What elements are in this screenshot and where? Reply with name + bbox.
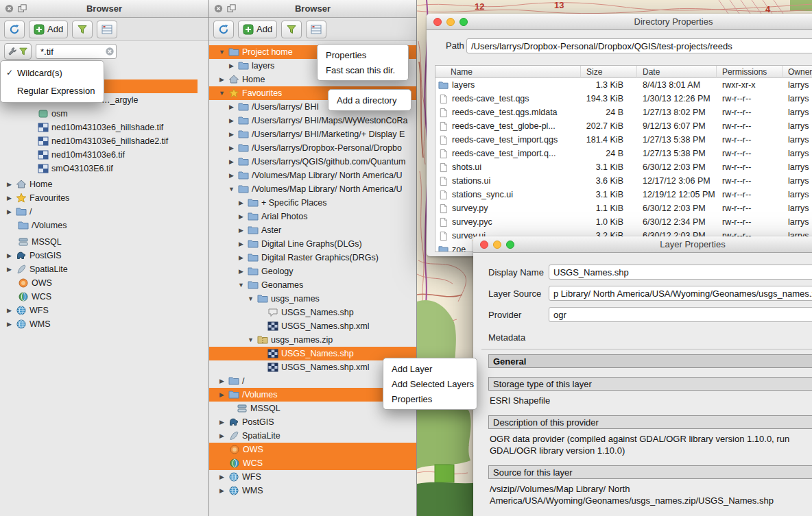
- tree-item-volumes-map-library-north-america-u[interactable]: ▼/Volumes/Map Library/ North America/U: [209, 182, 417, 196]
- column-header-date[interactable]: Date: [637, 66, 717, 78]
- tree-item-digital-line-graphs-dlgs[interactable]: ▶Digital Line Graphs(DLGs): [209, 237, 417, 251]
- menu-item-regular-expression[interactable]: Regular Expression: [1, 82, 104, 99]
- expand-arrow-icon[interactable]: ▶: [218, 432, 226, 439]
- expand-arrow-icon[interactable]: ▶: [5, 181, 13, 188]
- tree-item-ows[interactable]: OWS: [0, 276, 198, 290]
- table-row-survey-py[interactable]: survey.py1.1 KiB6/30/12 2:03 PMrw-r--r--…: [435, 201, 812, 215]
- minimize-window-icon[interactable]: [493, 241, 501, 249]
- expand-arrow-icon[interactable]: ▶: [5, 321, 13, 328]
- expand-arrow-icon[interactable]: ▶: [228, 103, 235, 110]
- expand-arrow-icon[interactable]: ▶: [218, 487, 226, 494]
- collapse-arrow-icon[interactable]: ▼: [218, 49, 226, 56]
- tree-item-arial-photos[interactable]: ▶Arial Photos: [209, 210, 417, 223]
- expand-arrow-icon[interactable]: ▶: [228, 131, 235, 138]
- tree-item-users-larrys-bhi-maps-wywestoncora[interactable]: ▶/Users/larrys/ BHI/Maps/WyWestonCoRa: [209, 114, 417, 127]
- tree-item-specific-places[interactable]: ▶+ Specific Places: [209, 196, 417, 210]
- add-button[interactable]: Add: [238, 21, 277, 38]
- collapse-arrow-icon[interactable]: ▼: [218, 90, 226, 97]
- menu-item-properties[interactable]: Properties: [318, 47, 408, 62]
- expand-arrow-icon[interactable]: ▶: [228, 117, 235, 124]
- filter-button[interactable]: [281, 21, 302, 38]
- dialog-titlebar[interactable]: Layer Properties: [473, 236, 812, 253]
- tree-item-digital-raster-graphics-drgs[interactable]: ▶Digital Raster Graphics(DRGs): [209, 251, 417, 265]
- dialog-titlebar[interactable]: Directory Properties: [427, 14, 812, 30]
- tree-item-ows[interactable]: OWS: [209, 443, 417, 456]
- expand-arrow-icon[interactable]: ▶: [228, 158, 235, 165]
- path-input[interactable]: [466, 38, 812, 53]
- tree-item-smo43103e6-tif[interactable]: smO43103E6.tif: [0, 162, 198, 175]
- tree-item-usgs-names[interactable]: ▼usgs_names: [209, 292, 417, 306]
- provider-input[interactable]: [549, 307, 812, 322]
- table-row-reeds-cave-test-globe-pl[interactable]: reeds-cave_test_globe-pl...202.7 KiB9/12…: [435, 119, 812, 133]
- table-row-stations-ui[interactable]: stations.ui3.6 KiB12/17/12 3:06 PMrw-r--…: [435, 174, 812, 188]
- tree-item-wms[interactable]: ▶WMS: [0, 317, 198, 331]
- collapse-all-button[interactable]: [97, 21, 117, 38]
- tree-item-usgs-names-zip[interactable]: ▼usgs_names.zip: [209, 333, 417, 347]
- menu-item-add-layer[interactable]: Add Layer: [383, 361, 477, 376]
- menu-item-add-a-directory[interactable]: Add a directory: [329, 93, 411, 108]
- layer-source-input[interactable]: [549, 286, 812, 301]
- column-header-permissions[interactable]: Permissions: [717, 66, 783, 78]
- expand-arrow-icon[interactable]: ▶: [228, 145, 235, 151]
- table-row-survey-pyc[interactable]: survey.pyc1.0 KiB6/30/12 2:34 PMrw-r--r-…: [435, 215, 812, 229]
- table-row-reeds-cave-test-import-qgs[interactable]: reeds-cave_test_import.qgs181.4 KiB1/27/…: [435, 133, 812, 147]
- close-window-icon[interactable]: [480, 241, 488, 249]
- column-header-size[interactable]: Size: [581, 66, 637, 78]
- table-row-layers[interactable]: layers1.3 KiB8/4/13 8:01 AMrwxr-xr-xlarr…: [435, 78, 812, 92]
- tree-item-osm[interactable]: osm: [0, 107, 198, 121]
- tree-item-spatialite[interactable]: ▶SpatiaLite: [0, 262, 198, 276]
- expand-arrow-icon[interactable]: ▶: [237, 199, 245, 206]
- table-row-reeds-cave-test-qgs[interactable]: reeds-cave_test.qgs194.3 KiB1/30/13 12:2…: [435, 92, 812, 106]
- column-header-owner[interactable]: Owner: [783, 66, 812, 78]
- tree-item-spatialite[interactable]: ▶SpatiaLite: [209, 429, 417, 443]
- tree-item-favourites[interactable]: ▶Favourites: [0, 191, 198, 205]
- clear-filter-icon[interactable]: [105, 47, 115, 56]
- expand-arrow-icon[interactable]: ▶: [5, 208, 13, 215]
- expand-arrow-icon[interactable]: ▶: [228, 172, 235, 179]
- collapse-arrow-icon[interactable]: ▼: [228, 186, 235, 193]
- collapse-all-button[interactable]: [306, 21, 326, 38]
- add-button[interactable]: Add: [29, 21, 68, 38]
- tree-item-usgs-names-shp[interactable]: USGS_Names.shp: [209, 306, 417, 319]
- tree-item-wfs[interactable]: ▶WFS: [209, 470, 417, 484]
- expand-arrow-icon[interactable]: ▶: [218, 419, 226, 426]
- table-row-shots-ui[interactable]: shots.ui3.1 KiB6/30/12 2:03 PMrw-r--r--l…: [435, 160, 812, 174]
- expand-arrow-icon[interactable]: ▶: [237, 241, 245, 247]
- table-row-stations-sync-ui[interactable]: stations_sync.ui3.1 KiB12/19/12 12:05 PM…: [435, 188, 812, 201]
- tree-item-users-larrys-dropbox-personal-dropbo[interactable]: ▶/Users/larrys/Dropbox-Personal/Dropbo: [209, 141, 417, 155]
- tree-item-wms[interactable]: ▶WMS: [209, 484, 417, 497]
- expand-arrow-icon[interactable]: ▶: [228, 62, 235, 69]
- tree-item-users-larrys-qgis-github-com-quantum[interactable]: ▶/Users/larrys/QGIS/github.com/Quantum: [209, 155, 417, 169]
- tree-item-mssql[interactable]: MSSQL: [0, 235, 198, 249]
- tree-item-postgis[interactable]: ▶PostGIS: [0, 249, 198, 262]
- expand-arrow-icon[interactable]: ▶: [218, 378, 226, 384]
- tree-item-home[interactable]: ▶Home: [0, 177, 198, 191]
- panel-titlebar[interactable]: Browser: [209, 0, 416, 18]
- collapse-arrow-icon[interactable]: ▼: [247, 295, 254, 302]
- collapse-arrow-icon[interactable]: ▼: [247, 336, 254, 343]
- display-name-input[interactable]: [549, 265, 812, 280]
- tree-item-ned10m43103e6-hillshade2-tif[interactable]: ned10m43103e6_hillshade2.tif: [0, 134, 198, 148]
- menu-item-properties[interactable]: Properties: [383, 391, 477, 406]
- expand-arrow-icon[interactable]: ▶: [237, 254, 245, 261]
- minimize-window-icon[interactable]: [446, 18, 455, 26]
- panel-titlebar[interactable]: Browser: [0, 0, 208, 18]
- tree-item-selected-row[interactable]: ▶/: [0, 205, 198, 219]
- tree-item-users-larrys-bhi-marketing-display-e[interactable]: ▶/Users/larrys/ BHI/Marketing/+ Display …: [209, 127, 417, 141]
- menu-item-add-selected-layers[interactable]: Add Selected Layers: [383, 376, 477, 391]
- tree-item-geonames[interactable]: ▼Geonames: [209, 278, 417, 292]
- expand-arrow-icon[interactable]: ▶: [5, 307, 13, 314]
- tree-item-wfs[interactable]: ▶WFS: [0, 304, 198, 317]
- filter-button[interactable]: [72, 21, 93, 38]
- menu-item-fast-scan-this-dir[interactable]: Fast scan this dir.: [318, 62, 408, 77]
- expand-arrow-icon[interactable]: ▶: [5, 195, 13, 201]
- close-window-icon[interactable]: [433, 18, 442, 26]
- expand-arrow-icon[interactable]: ▶: [218, 474, 226, 480]
- tree-item-wcs[interactable]: WCS: [0, 290, 198, 304]
- expand-arrow-icon[interactable]: ▶: [237, 213, 245, 220]
- table-row-reeds-cave-test-qgs-mldata[interactable]: reeds-cave_test.qgs.mldata24 B1/27/13 8:…: [435, 106, 812, 119]
- tree-item-geology[interactable]: ▶Geology: [209, 265, 417, 278]
- expand-arrow-icon[interactable]: ▶: [237, 268, 245, 275]
- expand-arrow-icon[interactable]: ▶: [218, 391, 226, 398]
- zoom-window-icon[interactable]: [459, 18, 468, 26]
